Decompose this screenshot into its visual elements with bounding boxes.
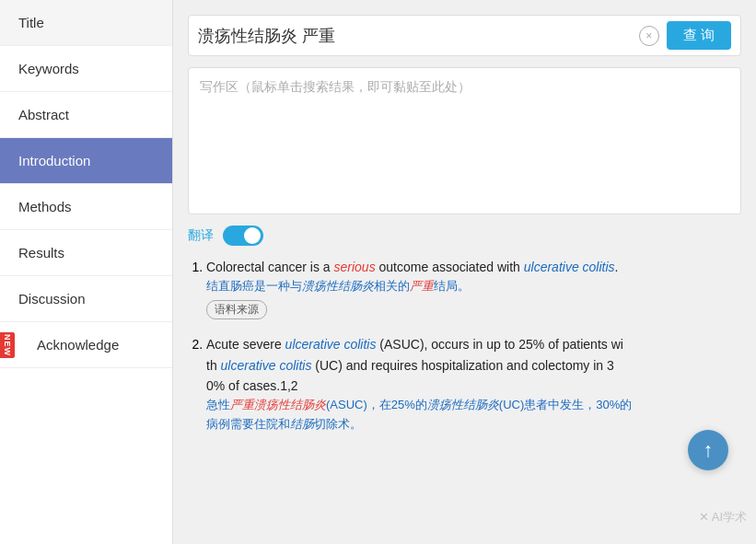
keyword-uc-1: ulcerative colitis (524, 260, 615, 274)
result-en-2: Acute severe ulcerative colitis (ASUC), … (206, 334, 741, 396)
watermark: ✕ AI学术 (699, 509, 747, 526)
main-content: × 查 询 写作区（鼠标单击搜索结果，即可黏贴至此处） 翻译 Colorecta… (173, 0, 756, 544)
sidebar-item-abstract[interactable]: Abstract (0, 92, 172, 138)
result-item-2: Acute severe ulcerative colitis (ASUC), … (206, 334, 741, 434)
keyword-serious: serious (334, 260, 376, 274)
sidebar-item-methods[interactable]: Methods (0, 184, 172, 230)
new-badge: NEW (0, 332, 15, 358)
result-item-1: Colorectal cancer is a serious outcome a… (206, 257, 741, 319)
writing-area[interactable]: 写作区（鼠标单击搜索结果，即可黏贴至此处） (188, 67, 741, 214)
sidebar-item-discussion[interactable]: Discussion (0, 276, 172, 322)
sidebar-item-introduction[interactable]: Introduction (0, 138, 172, 184)
translate-row: 翻译 (188, 226, 741, 246)
sidebar-item-results[interactable]: Results (0, 230, 172, 276)
result-en-1: Colorectal cancer is a serious outcome a… (206, 257, 741, 277)
translate-label: 翻译 (188, 227, 214, 244)
keyword-uc-3: ulcerative colitis (221, 358, 312, 373)
translate-toggle[interactable] (223, 226, 263, 246)
clear-button[interactable]: × (639, 26, 659, 46)
sidebar-item-keywords[interactable]: Keywords (0, 46, 172, 92)
result-zh-2: 急性严重溃疡性结肠炎(ASUC)，在25%的溃疡性结肠炎(UC)患者中发生，30… (206, 396, 741, 434)
scroll-up-button[interactable]: ↑ (688, 430, 728, 470)
sidebar-item-title[interactable]: Title (0, 0, 172, 46)
sidebar-item-acknowledge[interactable]: NEW Acknowledge (0, 322, 172, 368)
search-input[interactable] (198, 26, 632, 45)
search-bar: × 查 询 (188, 15, 741, 56)
sidebar: Title Keywords Abstract Introduction Met… (0, 0, 173, 544)
query-button[interactable]: 查 询 (667, 21, 731, 50)
keyword-uc-2: ulcerative colitis (285, 337, 377, 352)
result-zh-1: 结直肠癌是一种与溃疡性结肠炎相关的严重结局。 (206, 277, 741, 296)
source-tag-1: 语料来源 (206, 300, 267, 319)
results-list: Colorectal cancer is a serious outcome a… (188, 257, 741, 434)
